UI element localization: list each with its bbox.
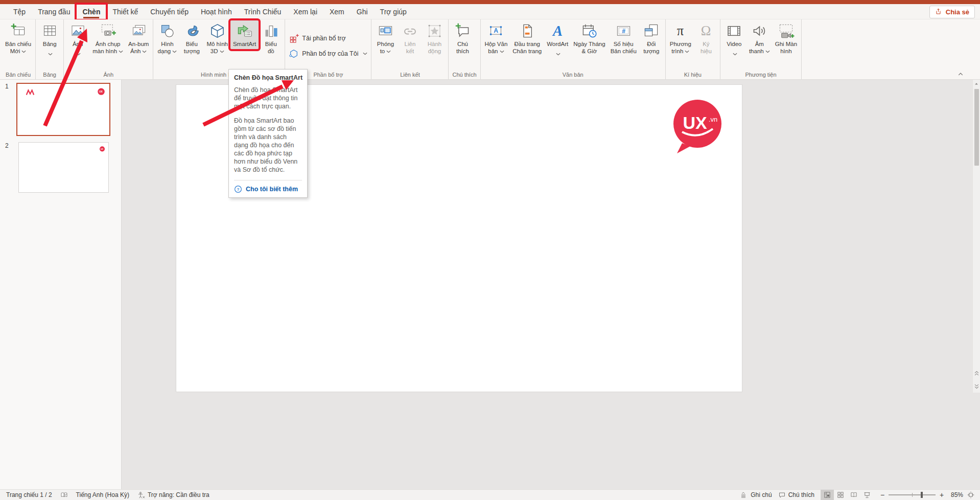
ribbon-button-video[interactable]: Video	[722, 20, 746, 59]
ribbon-button-link[interactable]: Liên kết	[398, 20, 422, 56]
chevron-down-icon	[500, 50, 504, 53]
ribbon-group-9: VideoÂm thanhGhi Màn hìnhPhương tiện	[720, 19, 802, 79]
ribbon-button-my-addins[interactable]: Phần bổ trợ của Tôi	[289, 49, 367, 59]
ribbon-button-date-time[interactable]: Ngày Tháng & Giờ	[571, 20, 608, 56]
ribbon-button-label: Ký hiệu	[701, 41, 712, 55]
menu-tab-3[interactable]: Thiết kế	[106, 4, 144, 19]
previous-slide-button[interactable]	[973, 368, 980, 378]
slide-thumbnail-1[interactable]: UX	[16, 83, 110, 136]
ribbon-button-label: Hình dạng	[158, 41, 177, 55]
ribbon-button-shapes[interactable]: Hình dạng	[155, 20, 179, 56]
menu-tab-0[interactable]: Tệp	[7, 4, 32, 19]
zoom-in-button[interactable]: +	[939, 491, 944, 499]
ribbon-button-audio[interactable]: Âm thanh	[746, 20, 773, 56]
scrollbar-thumb[interactable]	[974, 89, 979, 166]
ribbon-button-header-footer[interactable]: Đầu trang Chân trang	[510, 20, 544, 56]
fit-slide-button[interactable]	[967, 491, 975, 499]
slideshow-view-button[interactable]	[860, 490, 874, 500]
ribbon-button-equation[interactable]: πPhương trình	[667, 20, 694, 56]
wordart-icon: A	[549, 22, 566, 39]
date-time-icon	[581, 22, 598, 39]
menu-tab-9[interactable]: Ghi	[351, 4, 374, 19]
menu-tab-label: Trình Chiếu	[244, 8, 282, 16]
share-button[interactable]: Chia sẻ	[929, 6, 975, 18]
chevron-down-icon	[48, 53, 53, 56]
symbol-icon: Ω	[697, 22, 714, 39]
zoom-out-button[interactable]: −	[880, 491, 885, 499]
reading-view-icon	[850, 491, 857, 498]
zoom-slider-thumb[interactable]	[921, 492, 923, 498]
ribbon-button-label: Ghi Màn hình	[775, 41, 797, 55]
ribbon-button-picture[interactable]: Ảnh	[65, 20, 90, 59]
tell-me-more-link[interactable]: ? Cho tôi biết thêm	[234, 185, 302, 193]
menu-tab-8[interactable]: Xem	[323, 4, 351, 19]
chevron-down-icon	[220, 50, 224, 53]
comments-icon	[778, 491, 786, 499]
header-footer-icon	[519, 22, 535, 39]
ribbon-button-wordart[interactable]: AWordArt	[544, 20, 571, 59]
ribbon-button-textbox[interactable]: AHộp Văn bản	[482, 20, 510, 56]
equation-icon: π	[672, 22, 689, 39]
ribbon-button-screen-recording[interactable]: Ghi Màn hình	[773, 20, 800, 56]
collapse-ribbon-button[interactable]	[956, 71, 965, 78]
slideshow-icon	[864, 491, 871, 498]
chevron-down-icon	[119, 50, 123, 53]
notes-icon	[740, 491, 748, 499]
ribbon-button-3d-models[interactable]: Mô hình 3D	[204, 20, 230, 56]
smartart-icon	[236, 22, 253, 39]
vertical-scrollbar[interactable]	[972, 80, 980, 393]
ribbon-button-screenshot[interactable]: Ảnh chụp màn hình	[90, 20, 126, 56]
comments-toggle[interactable]: Chú thích	[778, 491, 814, 499]
ribbon-button-slide-number[interactable]: #Số hiệu Bản chiếu	[608, 20, 639, 56]
ribbon-button-label: Đối tượng	[643, 41, 659, 55]
ribbon-button-comment[interactable]: Chú thích	[450, 20, 475, 56]
scroll-up-arrow[interactable]	[973, 80, 980, 87]
notes-toggle[interactable]: Ghi chú	[740, 491, 772, 499]
tell-me-more-label: Cho tôi biết thêm	[246, 186, 298, 193]
ribbon-button-label: Bản chiếu Mới	[5, 41, 31, 55]
menu-tab-label: Thiết kế	[112, 8, 138, 16]
ribbon-button-label: Tải phần bổ trợ	[302, 35, 345, 42]
menu-tab-5[interactable]: Hoạt hình	[195, 4, 238, 19]
zoom-slider[interactable]	[889, 494, 936, 495]
accessibility-checker[interactable]: Trợ năng: Cần điều tra	[137, 491, 209, 499]
slide-logo-object[interactable]: UX .vn	[671, 98, 724, 155]
slide-thumbnail-2[interactable]: UX	[18, 142, 109, 193]
ribbon-group-0: Bản chiếu MớiBản chiếu	[1, 19, 36, 79]
ribbon-button-label: Chú thích	[456, 41, 469, 55]
share-icon	[935, 8, 943, 17]
zoom-level[interactable]: 85%	[948, 491, 963, 498]
ribbon-button-table[interactable]: Bảng	[37, 20, 62, 59]
ribbon-button-new-slide[interactable]: Bản chiếu Mới	[3, 20, 34, 56]
ribbon-button-smartart[interactable]: SmartArt	[230, 20, 259, 49]
spellcheck-icon[interactable]	[60, 491, 68, 499]
language-indicator[interactable]: Tiếng Anh (Hoa Kỳ)	[76, 491, 129, 498]
ribbon-button-label: Phần bổ trợ của Tôi	[302, 50, 358, 57]
reading-view-button[interactable]	[847, 490, 860, 500]
ribbon-button-object[interactable]: Đối tượng	[639, 20, 664, 56]
ribbon-button-photo-album[interactable]: An-bum Ảnh	[126, 20, 151, 56]
ribbon-button-label: SmartArt	[233, 41, 256, 48]
slide-counter[interactable]: Trang chiếu 1 / 2	[6, 491, 52, 498]
ribbon-button-get-addins[interactable]: Tải phần bổ trợ	[289, 33, 367, 43]
ribbon-button-chart[interactable]: Biểu đồ	[259, 20, 283, 56]
menu-tab-6[interactable]: Trình Chiếu	[238, 4, 288, 19]
powerpoint-window: TệpTrang đầuChènThiết kếChuyển tiếpHoạt …	[0, 0, 980, 500]
ribbon-button-label: Hộp Văn bản	[485, 41, 508, 55]
ribbon-button-action[interactable]: Hành động	[422, 20, 447, 56]
slide-sorter-view-button[interactable]	[834, 490, 847, 500]
slide-number-label: 1	[5, 83, 9, 90]
next-slide-button[interactable]	[973, 381, 980, 392]
ribbon-button-icons[interactable]: Biểu tượng	[179, 20, 204, 56]
ribbon-button-zoom-slide[interactable]: Phóng to	[373, 20, 398, 56]
ribbon-button-symbol[interactable]: ΩKý hiệu	[694, 20, 718, 56]
menu-tab-1[interactable]: Trang đầu	[32, 4, 76, 19]
ribbon-group-label: Ảnh	[65, 71, 151, 79]
normal-view-button[interactable]	[821, 490, 834, 500]
menu-tab-4[interactable]: Chuyển tiếp	[144, 4, 195, 19]
menu-tab-2[interactable]: Chèn	[76, 4, 106, 19]
menu-tab-10[interactable]: Trợ giúp	[374, 4, 413, 19]
picture-icon	[69, 22, 86, 39]
chevron-down-icon	[142, 50, 147, 53]
menu-tab-7[interactable]: Xem lại	[287, 4, 323, 19]
